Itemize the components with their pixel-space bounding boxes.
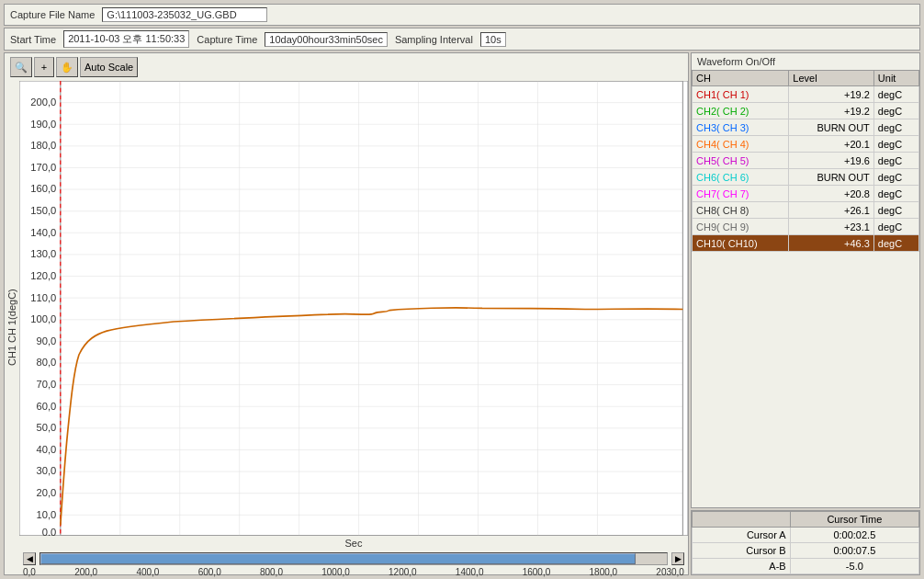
cursor-cell-value-2: -5.0 [790,559,918,574]
svg-text:170,0: 170,0 [30,162,56,173]
waveform-row-3[interactable]: CH4( CH 4)+20.1degC [693,136,919,153]
waveform-cell-unit-2: degC [873,119,918,136]
waveform-cell-ch-9: CH10( CH10) [693,235,789,252]
svg-text:0,0: 0,0 [42,527,57,536]
cursor-row-1: Cursor B0:00:07.5 [693,543,919,559]
svg-text:140,0: 140,0 [30,227,56,238]
waveform-section: Waveform On/Off CH Level Unit CH1( CH 1)… [691,52,920,508]
waveform-col-unit: Unit [873,71,918,86]
waveform-row-0[interactable]: CH1( CH 1)+19.2degC [693,86,919,103]
x-tick-400: 400,0 [136,567,159,577]
capture-time-value: 10day00hour33min50sec [265,32,388,47]
waveform-cell-ch-8: CH9( CH 9) [693,219,789,235]
waveform-cell-unit-7: degC [873,202,918,219]
hand-button[interactable]: ✋ [56,57,78,77]
cursor-row-2: A-B-5.0 [693,559,919,574]
waveform-cell-unit-6: degC [873,186,918,202]
scroll-right-arrow[interactable]: ▶ [671,552,684,565]
waveform-title: Waveform On/Off [692,53,919,70]
svg-text:50,0: 50,0 [37,422,57,433]
svg-text:180,0: 180,0 [30,140,56,151]
x-tick-1800: 1800,0 [590,567,618,577]
main-container: Capture File Name G:\111003-235032_UG.GB… [0,0,924,579]
chart-area-wrap: CH1 CH 1(degC) [5,81,688,574]
waveform-cell-level-1: +19.2 [789,103,874,119]
scroll-thumb[interactable] [40,553,636,564]
waveform-cell-ch-6: CH7( CH 7) [693,186,789,202]
waveform-cell-unit-1: degC [873,103,918,119]
waveform-cell-unit-8: degC [873,219,918,235]
auto-scale-button[interactable]: Auto Scale [80,57,138,77]
scroll-track[interactable] [39,552,668,565]
svg-text:90,0: 90,0 [37,335,57,346]
waveform-col-ch: CH [693,71,789,86]
svg-text:190,0: 190,0 [30,119,56,130]
chart-panel: 🔍 + ✋ Auto Scale CH1 CH 1(degC) [4,52,689,575]
magnify-button[interactable]: 🔍 [10,57,32,77]
x-ticks-row: 0,0 200,0 400,0 600,0 800,0 1000,0 1200,… [19,567,688,577]
waveform-cell-ch-3: CH4( CH 4) [693,136,789,153]
waveform-row-9[interactable]: CH10( CH10)+46.3degC [693,235,919,252]
waveform-cell-ch-0: CH1( CH 1) [693,86,789,103]
start-time-label: Start Time [10,34,56,45]
svg-text:40,0: 40,0 [37,444,57,455]
waveform-cell-ch-7: CH8( CH 8) [693,202,789,219]
waveform-cell-level-3: +20.1 [789,136,874,153]
x-tick-1600: 1600,0 [523,567,551,577]
waveform-cell-ch-1: CH2( CH 2) [693,103,789,119]
cursor-cell-label-2: A-B [693,559,791,574]
waveform-cell-unit-4: degC [873,153,918,169]
cursor-row-0: Cursor A0:00:02.5 [693,528,919,543]
waveform-cell-level-8: +23.1 [789,219,874,235]
second-bar: Start Time 2011-10-03 오후 11:50:33 Captur… [4,28,920,51]
waveform-row-7[interactable]: CH8( CH 8)+26.1degC [693,202,919,219]
x-tick-200: 200,0 [74,567,97,577]
capture-file-value: G:\111003-235032_UG.GBD [102,7,267,22]
svg-text:130,0: 130,0 [30,248,56,259]
x-tick-600: 600,0 [198,567,221,577]
x-tick-1000: 1000,0 [321,567,350,577]
waveform-row-6[interactable]: CH7( CH 7)+20.8degC [693,186,919,202]
waveform-row-5[interactable]: CH6( CH 6)BURN OUTdegC [693,169,919,186]
waveform-row-1[interactable]: CH2( CH 2)+19.2degC [693,103,919,119]
waveform-col-level: Level [789,71,874,86]
waveform-cell-ch-4: CH5( CH 5) [693,153,789,169]
waveform-cell-unit-0: degC [873,86,918,103]
scroll-left-arrow[interactable]: ◀ [23,552,36,565]
waveform-cell-ch-2: CH3( CH 3) [693,119,789,136]
waveform-cell-level-7: +26.1 [789,202,874,219]
waveform-row-4[interactable]: CH5( CH 5)+19.6degC [693,153,919,169]
capture-file-label: Capture File Name [10,9,95,20]
waveform-cell-unit-5: degC [873,169,918,186]
cursor-cell-value-1: 0:00:07.5 [790,543,918,559]
start-time-value: 2011-10-03 오후 11:50:33 [63,30,189,48]
chart-svg-area: 200,0 190,0 180,0 170,0 160,0 150,0 140,… [19,81,688,536]
svg-text:200,0: 200,0 [30,96,56,108]
waveform-table: CH Level Unit CH1( CH 1)+19.2degCCH2( CH… [692,70,919,252]
waveform-cell-level-5: BURN OUT [789,169,874,186]
waveform-cell-level-2: BURN OUT [789,119,874,136]
waveform-cell-ch-5: CH6( CH 6) [693,169,789,186]
cursor-section: Cursor Time Cursor A0:00:02.5Cursor B0:0… [691,510,920,575]
svg-text:70,0: 70,0 [37,379,57,390]
x-tick-800: 800,0 [260,567,283,577]
cursor-cell-label-0: Cursor A [693,528,791,543]
svg-text:110,0: 110,0 [30,292,56,303]
waveform-table-scroll[interactable]: CH Level Unit CH1( CH 1)+19.2degCCH2( CH… [692,70,919,507]
chart-toolbar: 🔍 + ✋ Auto Scale [5,53,688,81]
waveform-row-8[interactable]: CH9( CH 9)+23.1degC [693,219,919,235]
cursor-col-time: Cursor Time [790,512,918,528]
cursor-table: Cursor Time Cursor A0:00:02.5Cursor B0:0… [692,511,919,574]
cursor-col-empty [693,512,791,528]
waveform-cell-level-4: +19.6 [789,153,874,169]
svg-text:100,0: 100,0 [30,313,56,324]
capture-time-label: Capture Time [197,34,257,45]
svg-text:80,0: 80,0 [37,357,57,368]
waveform-row-2[interactable]: CH3( CH 3)BURN OUTdegC [693,119,919,136]
waveform-cell-level-0: +19.2 [789,86,874,103]
plus-button[interactable]: + [34,57,54,77]
content-area: 🔍 + ✋ Auto Scale CH1 CH 1(degC) [4,52,920,575]
scrollbar-area: ◀ ▶ [19,551,688,567]
sampling-interval-value: 10s [480,32,506,47]
svg-text:150,0: 150,0 [30,205,56,216]
